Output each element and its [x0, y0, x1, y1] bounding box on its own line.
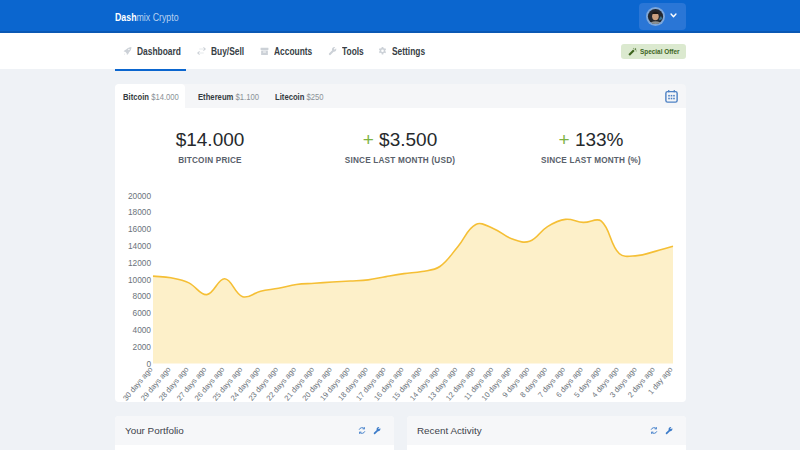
svg-text:16000: 16000 [128, 224, 151, 234]
svg-text:20000: 20000 [128, 191, 151, 201]
svg-text:6000: 6000 [133, 308, 152, 318]
svg-text:18000: 18000 [128, 207, 151, 217]
svg-text:8000: 8000 [133, 291, 152, 301]
svg-text:2000: 2000 [133, 342, 152, 352]
svg-text:4000: 4000 [133, 325, 152, 335]
svg-text:14000: 14000 [128, 241, 151, 251]
svg-text:10000: 10000 [128, 275, 151, 285]
svg-text:12000: 12000 [128, 258, 151, 268]
